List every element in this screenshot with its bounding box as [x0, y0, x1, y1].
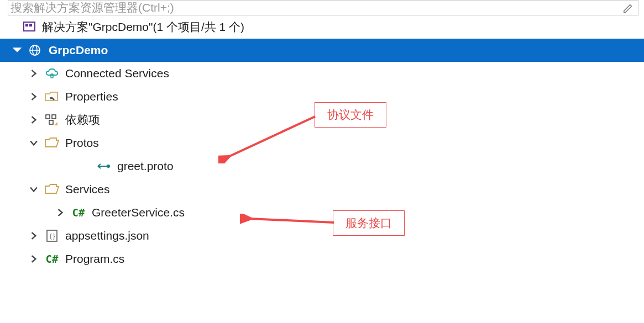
chevron-right-icon[interactable]	[55, 208, 65, 218]
file-label: greet.proto	[117, 160, 174, 173]
node-label: Properties	[65, 90, 118, 103]
file-greet-proto[interactable]: greet.proto	[0, 155, 644, 178]
json-file-icon: {}	[44, 229, 60, 242]
folder-open-icon	[44, 136, 60, 150]
dependencies-icon	[44, 113, 60, 126]
node-label: Services	[65, 183, 110, 196]
expand-collapse-icon[interactable]	[12, 45, 22, 55]
annotation-label: 协议文件	[327, 108, 374, 121]
csharp-file-icon: C#	[44, 252, 60, 266]
svg-rect-7	[46, 115, 50, 119]
file-label: appsettings.json	[65, 229, 149, 242]
svg-rect-8	[52, 115, 56, 119]
annotation-label: 服务接口	[345, 216, 392, 229]
node-label: Protos	[65, 136, 99, 150]
project-grpcdemo[interactable]: GrpcDemo	[0, 39, 644, 62]
chevron-right-icon[interactable]	[29, 115, 39, 125]
svg-point-11	[107, 165, 110, 168]
chevron-down-icon[interactable]	[29, 184, 39, 194]
file-label: Program.cs	[65, 252, 124, 266]
proto-file-icon	[96, 160, 112, 173]
chevron-right-icon[interactable]	[29, 68, 39, 78]
solution-root[interactable]: 解决方案"GrpcDemo"(1 个项目/共 1 个)	[0, 15, 644, 39]
file-label: GreeterService.cs	[92, 206, 185, 219]
csharp-file-icon: C#	[71, 206, 86, 219]
node-label: 依赖项	[65, 112, 100, 128]
file-program[interactable]: C# Program.cs	[0, 247, 644, 271]
search-solution-explorer[interactable]: 搜索解决方案资源管理器(Ctrl+;)	[8, 0, 638, 15]
file-greeter-service[interactable]: C# GreeterService.cs	[0, 201, 644, 224]
search-placeholder: 搜索解决方案资源管理器(Ctrl+;)	[11, 0, 174, 15]
folder-open-icon	[44, 183, 60, 196]
chevron-right-icon[interactable]	[29, 231, 39, 241]
annotation-service-interface: 服务接口	[333, 210, 405, 236]
chevron-right-icon[interactable]	[29, 92, 39, 102]
svg-rect-9	[49, 120, 53, 124]
node-connected-services[interactable]: Connected Services	[0, 62, 644, 85]
node-label: Connected Services	[65, 67, 169, 80]
file-appsettings[interactable]: {} appsettings.json	[0, 224, 644, 247]
cloud-plug-icon	[44, 67, 60, 80]
project-name: GrpcDemo	[49, 44, 108, 57]
web-project-icon	[28, 44, 43, 57]
node-protos[interactable]: Protos	[0, 131, 644, 155]
svg-rect-6	[51, 74, 53, 78]
annotation-protocol-file: 协议文件	[315, 102, 386, 128]
svg-text:{}: {}	[49, 232, 56, 240]
chevron-down-icon[interactable]	[29, 138, 39, 148]
chevron-right-icon[interactable]	[29, 254, 39, 264]
svg-rect-2	[29, 24, 32, 27]
pencil-icon[interactable]	[622, 2, 635, 14]
wrench-folder-icon	[44, 90, 60, 103]
node-services[interactable]: Services	[0, 178, 644, 201]
solution-icon	[22, 20, 38, 34]
solution-label: 解决方案"GrpcDemo"(1 个项目/共 1 个)	[42, 19, 244, 35]
svg-rect-1	[25, 24, 28, 27]
